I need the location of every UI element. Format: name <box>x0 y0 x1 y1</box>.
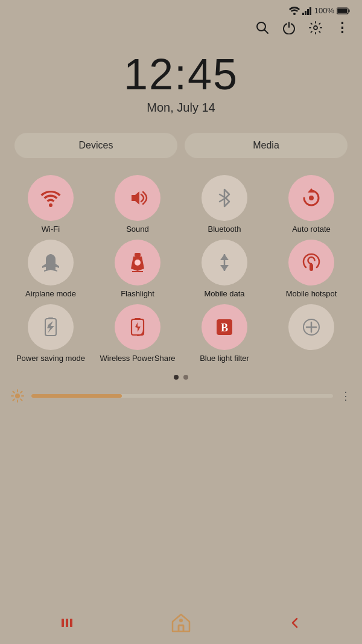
tabs-row: Devices Media <box>0 121 362 164</box>
tile-autorotate[interactable]: Auto rotate <box>270 175 352 235</box>
autorotate-icon <box>300 187 322 209</box>
clock-time: 12:45 <box>0 53 362 96</box>
tile-wirelesspowershare[interactable]: Wireless PowerShare <box>97 304 179 364</box>
battery-text: 100% <box>314 6 334 15</box>
signal-icon <box>302 7 312 15</box>
svg-line-35 <box>21 391 22 392</box>
svg-line-33 <box>13 391 14 392</box>
tile-mobilehotspot-label: Mobile hotspot <box>286 289 337 299</box>
top-actions: ⋮ <box>0 18 362 40</box>
tile-bluelightfilter-circle: B <box>202 304 247 350</box>
status-bar: 100% <box>0 0 362 18</box>
tile-bluetooth-circle <box>202 175 247 221</box>
tile-add[interactable] <box>270 304 352 364</box>
svg-rect-1 <box>302 13 304 15</box>
tile-powersaving[interactable]: Power saving mode <box>10 304 92 364</box>
power-button[interactable] <box>282 21 296 34</box>
bottom-nav <box>0 602 362 644</box>
brightness-more-button[interactable]: ⋮ <box>340 389 351 403</box>
svg-rect-20 <box>48 317 53 319</box>
status-icons: 100% <box>289 6 350 15</box>
tile-flashlight-label: Flashlight <box>121 289 154 299</box>
svg-rect-7 <box>337 8 347 13</box>
tile-wirelesspowershare-circle <box>115 304 160 350</box>
svg-rect-15 <box>135 253 141 257</box>
tile-add-circle <box>288 304 334 350</box>
mobiledata-icon <box>215 252 233 273</box>
brightness-row: ⋮ <box>0 384 362 407</box>
bluelightfilter-icon: B <box>214 316 235 338</box>
svg-rect-38 <box>66 619 68 627</box>
svg-marker-12 <box>132 191 139 205</box>
svg-point-10 <box>314 26 317 30</box>
tile-wifi-label: Wi-Fi <box>42 225 60 235</box>
search-button[interactable] <box>256 21 269 34</box>
svg-rect-2 <box>305 11 306 15</box>
svg-rect-40 <box>179 625 183 631</box>
tile-sound[interactable]: Sound <box>97 175 179 235</box>
tile-bluelightfilter[interactable]: B Blue light filter <box>183 304 265 364</box>
quick-tiles-grid: Wi-Fi Sound Bluetooth <box>0 164 362 369</box>
wirelesspowershare-icon <box>127 316 148 338</box>
tile-bluetooth[interactable]: Bluetooth <box>183 175 265 235</box>
battery-icon <box>337 7 350 14</box>
svg-rect-3 <box>307 9 309 15</box>
wifi-status-icon <box>289 7 300 15</box>
svg-point-16 <box>135 260 141 266</box>
airplane-icon <box>40 252 62 273</box>
recents-button[interactable] <box>60 616 74 630</box>
add-icon <box>302 318 320 336</box>
tile-mobilehotspot[interactable]: Mobile hotspot <box>270 240 352 299</box>
clock-date: Mon, July 14 <box>0 101 362 115</box>
svg-point-41 <box>179 619 183 622</box>
tile-bluetooth-label: Bluetooth <box>208 225 241 235</box>
home-button[interactable] <box>170 612 192 634</box>
hotspot-icon <box>300 252 322 273</box>
tile-powersaving-label: Power saving mode <box>16 354 85 364</box>
brightness-fill <box>31 394 122 398</box>
settings-button[interactable] <box>309 21 322 34</box>
svg-rect-4 <box>310 7 311 15</box>
wifi-icon <box>40 189 62 207</box>
svg-rect-37 <box>62 619 64 627</box>
tile-flashlight[interactable]: Flashlight <box>97 240 179 299</box>
bluetooth-icon <box>216 187 233 209</box>
svg-point-28 <box>15 394 20 398</box>
tile-powersaving-circle <box>28 304 74 350</box>
svg-point-14 <box>309 196 314 200</box>
tab-devices[interactable]: Devices <box>14 133 177 158</box>
powersaving-icon <box>42 316 60 338</box>
brightness-track[interactable] <box>31 394 333 398</box>
svg-rect-18 <box>310 264 313 271</box>
tile-mobiledata-label: Mobile data <box>204 289 244 299</box>
dot-1 <box>174 375 179 380</box>
more-button[interactable]: ⋮ <box>335 21 349 34</box>
tile-airplane-label: Airplane mode <box>25 289 76 299</box>
tab-media[interactable]: Media <box>185 133 348 158</box>
tile-wirelesspowershare-label: Wireless PowerShare <box>100 354 176 364</box>
clock-section: 12:45 Mon, July 14 <box>0 40 362 121</box>
tile-sound-label: Sound <box>126 225 149 235</box>
tile-wifi[interactable]: Wi-Fi <box>10 175 92 235</box>
svg-line-9 <box>265 30 268 34</box>
svg-line-34 <box>21 399 22 400</box>
tile-airplane-circle <box>28 240 74 285</box>
tile-sound-circle <box>115 175 160 221</box>
svg-rect-6 <box>349 9 350 12</box>
svg-point-11 <box>49 203 52 207</box>
tile-autorotate-label: Auto rotate <box>292 225 331 235</box>
tile-mobiledata[interactable]: Mobile data <box>183 240 265 299</box>
tile-flashlight-circle <box>115 240 160 285</box>
brightness-icon <box>11 389 24 403</box>
tile-mobilehotspot-circle <box>288 240 334 285</box>
tile-airplane[interactable]: Airplane mode <box>10 240 92 299</box>
svg-rect-22 <box>135 318 141 320</box>
tile-mobiledata-circle <box>202 240 247 285</box>
svg-rect-39 <box>70 619 72 627</box>
sound-icon <box>127 187 148 209</box>
svg-line-36 <box>13 399 14 400</box>
back-button[interactable] <box>288 616 302 630</box>
svg-text:B: B <box>221 322 228 334</box>
tile-bluelightfilter-label: Blue light filter <box>200 354 249 364</box>
tile-autorotate-circle <box>288 175 334 221</box>
